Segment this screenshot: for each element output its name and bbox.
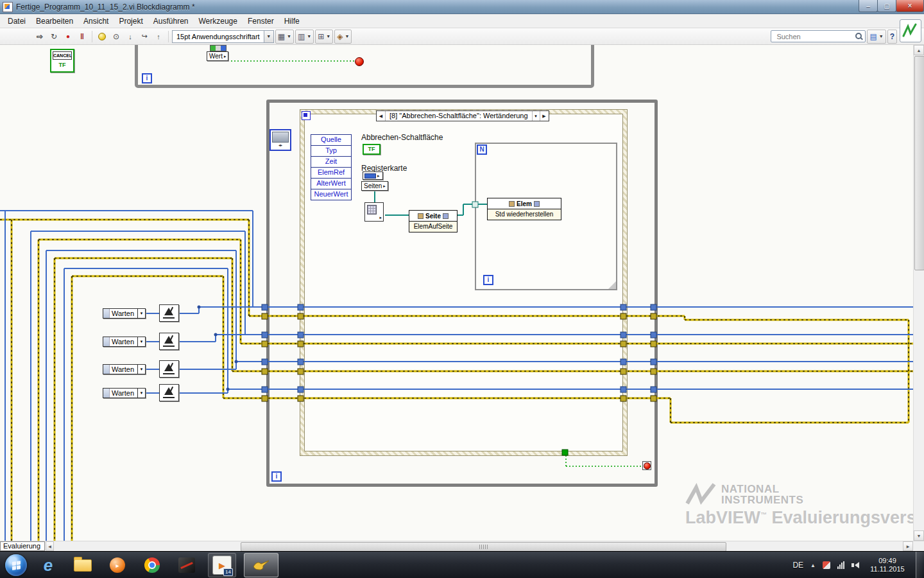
menu-hilfe[interactable]: Hilfe [279,15,305,27]
pages-array-icon[interactable]: ▸ [364,202,384,222]
font-selector[interactable]: 15pt Anwendungsschriftart ▼ [172,30,274,43]
tray-clock[interactable]: 09:49 11.11.2015 [866,557,909,574]
start-button[interactable] [5,554,27,576]
pause-button[interactable]: ‖ [76,30,89,43]
warten-ring-constant-2[interactable]: Warten ▼ [103,337,146,347]
ni-logo-button[interactable] [900,19,921,42]
top-loop-stop-led[interactable] [355,57,364,66]
show-desktop-button[interactable] [916,552,923,578]
previous-case-icon[interactable]: ◀ [377,111,386,121]
scroll-right-button[interactable]: ▶ [903,541,913,551]
tab-scroll-left-button[interactable]: ◀ [46,541,54,551]
taskbar-icon-chrome[interactable] [139,554,166,577]
evaluation-context-tab[interactable]: Evaluierung [0,541,45,551]
minimize-button[interactable]: – [859,0,878,12]
abort-button[interactable]: ● [62,30,74,43]
for-loop-count-terminal[interactable]: N [477,144,487,155]
event-registration-refnum-icon[interactable]: ◂▸ [270,129,291,151]
event-data-field[interactable]: ElemRef [311,168,351,179]
menu-ansicht[interactable]: Ansicht [78,15,114,27]
distribute-objects-button[interactable]: ▥ ▼ [295,30,314,44]
search-input[interactable] [775,32,855,41]
taskbar-icon-media-player[interactable]: ▸ [104,554,131,577]
toolbar-separator [92,31,92,42]
volume-icon[interactable] [851,562,859,568]
run-continuous-button[interactable]: ↻ [47,30,60,43]
event-data-field[interactable]: NeuerWert [311,189,351,200]
taskbar-icon-explorer[interactable] [69,554,96,577]
menu-bearbeiten[interactable]: Bearbeiten [31,15,78,27]
wait-ms-function-4[interactable] [159,384,179,401]
event-case-selector[interactable]: ◀ [8] "Abbrechen-Schaltfläche": Wertände… [376,110,549,121]
menu-datei[interactable]: Datei [3,15,31,27]
warten-ring-constant-1[interactable]: Warten ▼ [103,308,146,319]
font-selector-dropdown-icon[interactable]: ▼ [264,31,273,42]
menu-fenster[interactable]: Fenster [243,15,279,27]
search-box[interactable] [771,30,866,42]
seiten-property-box[interactable]: Seiten ▸ [361,181,388,191]
run-button[interactable]: ⇨ [33,30,46,43]
clean-up-diagram-button[interactable]: ▤ ▼ [867,30,886,44]
restore-button[interactable]: ▢ [877,0,896,12]
property-node[interactable]: Elem Std wiederherstellen [487,198,561,220]
chevron-down-icon[interactable]: ▼ [137,337,145,346]
step-over-button[interactable]: ↪ [138,30,151,43]
wert-local-variable[interactable]: Wert ▸ [207,51,228,61]
resize-objects-button[interactable]: ⊞ ▼ [315,30,333,44]
wert-terminal-icon[interactable] [210,45,227,51]
scroll-down-button[interactable]: ▼ [914,530,924,541]
block-diagram-canvas[interactable]: NATIONAL INSTRUMENTS LabVIEW™ Evaluierun… [0,45,924,541]
event-data-field[interactable]: Zeit [311,157,351,168]
menu-werkzeuge[interactable]: Werkzeuge [193,15,242,27]
property-name-label[interactable]: Std wiederherstellen [488,209,561,220]
menu-ausfuehren[interactable]: Ausführen [148,15,194,27]
reorder-button[interactable]: ◈ ▼ [334,30,352,44]
align-objects-button[interactable]: ▦ ▼ [275,30,294,44]
event-loop-iteration-terminal[interactable]: i [271,471,282,482]
tray-expand-icon[interactable]: ▲ [810,563,816,568]
event-data-node[interactable]: Quelle Typ Zeit ElemRef AlterWert NeuerW… [311,134,352,200]
event-timeout-icon[interactable] [302,111,311,120]
network-icon[interactable] [837,561,844,569]
taskbar-icon-active-window[interactable] [244,553,278,577]
chevron-down-icon: ▼ [326,34,330,39]
scroll-up-button[interactable]: ▲ [914,45,924,55]
top-loop-iteration-terminal[interactable]: i [142,73,152,83]
invoke-node[interactable]: Seite ElemAufSeite [409,210,458,232]
menu-projekt[interactable]: Projekt [114,15,148,27]
event-data-field[interactable]: Quelle [311,135,351,146]
keyboard-language-indicator[interactable]: DE [792,561,803,570]
wait-ms-function-2[interactable] [159,333,179,350]
horizontal-scroll-track[interactable] [55,541,903,551]
warten-ring-constant-4[interactable]: Warten ▼ [103,388,146,398]
horizontal-scroll-thumb[interactable] [241,542,726,552]
for-loop-iteration-terminal[interactable]: i [483,275,493,285]
chevron-down-icon[interactable]: ▼ [137,309,145,318]
step-into-button[interactable]: ↓ [124,30,137,43]
abbrechen-boolean-terminal[interactable]: TF [363,144,381,155]
taskbar-icon-internet-explorer[interactable]: e [35,554,62,577]
tray-flag-icon[interactable] [823,561,830,569]
chevron-down-icon[interactable]: ▼ [137,389,145,398]
invoke-method-label[interactable]: ElemAufSeite [409,222,457,232]
step-out-button[interactable]: ↑ [152,30,165,43]
wait-ms-function-3[interactable] [159,360,179,378]
case-dropdown-icon[interactable]: ▼ [532,111,540,121]
event-data-field[interactable]: AlterWert [311,179,351,189]
tab-control-terminal[interactable]: ▸ [363,171,383,180]
highlight-execution-button[interactable] [96,30,108,43]
wait-ms-function-1[interactable] [159,304,179,322]
loop-condition-terminal[interactable] [642,461,651,470]
retain-wire-values-button[interactable]: ⊙ [110,30,123,43]
context-help-button[interactable]: ? [887,30,897,44]
cancel-boolean-terminal[interactable]: CANCEL TF [50,49,74,73]
event-data-field[interactable]: Typ [311,146,351,157]
chevron-down-icon[interactable]: ▼ [137,365,145,374]
taskbar-icon-labview[interactable]: ▶14 [208,553,236,577]
taskbar-icon-app[interactable] [173,554,200,577]
close-button[interactable]: × [896,0,924,12]
vertical-scrollbar[interactable]: ▲ ▼ [913,45,924,541]
warten-ring-constant-3[interactable]: Warten ▼ [103,364,146,374]
next-case-icon[interactable]: ▶ [540,111,549,121]
vertical-scroll-thumb[interactable] [914,56,924,270]
